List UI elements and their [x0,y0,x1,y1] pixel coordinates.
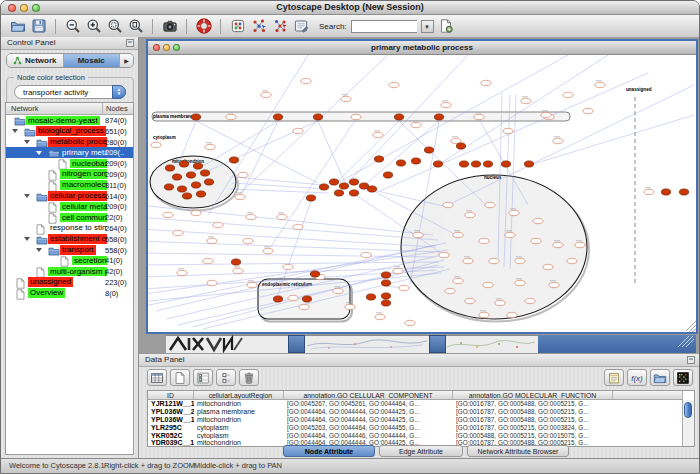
network-node-selected[interactable] [319,184,328,190]
network-node-unselected[interactable] [235,194,245,199]
tree-row-macromolecule[interactable]: macromolecule311(0) [6,180,133,191]
network-node-selected[interactable] [313,114,322,120]
network-node-unselected[interactable] [163,212,173,217]
network-node-unselected[interactable] [595,82,605,87]
network-node-selected[interactable] [273,114,282,120]
search-input[interactable] [351,20,417,33]
network-node-unselected[interactable] [507,312,517,317]
network-node-selected[interactable] [471,161,480,167]
network-node-unselected[interactable] [541,112,551,117]
network-node-selected[interactable] [349,179,358,185]
network-node-selected[interactable] [186,172,195,178]
disclosure-triangle-icon[interactable] [12,129,18,133]
tree-row-cellular-process[interactable]: cellular process614(0) [6,191,133,202]
table-row-YKR052C[interactable]: YKR052Ccytoplasm[GO:0044464, GO:0044446,… [148,432,694,440]
network-node-selected[interactable] [302,296,311,302]
network-node-unselected[interactable] [205,144,215,149]
network-node-unselected[interactable] [474,114,484,119]
network-node-unselected[interactable] [411,122,421,127]
network-node-unselected[interactable] [283,264,293,269]
network-node-selected[interactable] [165,165,174,171]
tab-network-attribute-browser[interactable]: Network Attribute Browser [467,445,569,457]
network-node-unselected[interactable] [413,232,423,237]
import-attributes-button[interactable] [271,18,288,35]
tree-row-nitrogen-compo[interactable]: nitrogen compo209(0) [6,169,133,180]
network-node-unselected[interactable] [495,300,505,305]
zoom-out-button[interactable] [64,18,81,35]
network-node-unselected[interactable] [479,238,489,243]
network-node-unselected[interactable] [509,210,519,215]
network-node-selected[interactable] [172,174,181,180]
network-node-unselected[interactable] [213,222,223,227]
table-row-YPL036W__1[interactable]: YPL036W__1mitochondrion[GO:0044464, GO:0… [148,416,694,424]
background-window-border[interactable] [429,335,446,353]
network-node-unselected[interactable] [465,212,475,217]
tree-row-secretion[interactable]: secretion41(0) [6,255,133,266]
zoom-fit-content-button[interactable] [127,18,144,35]
table-row-YLR295C[interactable]: YLR295Ccytoplasm[GO:0045263, GO:0044464,… [148,424,694,432]
network-node-selected[interactable] [524,161,533,167]
disclosure-triangle-icon[interactable] [36,151,42,155]
network-node-unselected[interactable] [301,78,311,83]
close-window-button[interactable] [8,4,16,12]
network-node-unselected[interactable] [575,242,585,247]
network-node-unselected[interactable] [243,238,253,243]
tree-row-nucleobase-[interactable]: nucleobase-209(0) [6,158,133,169]
minimize-view-button[interactable] [163,44,170,51]
network-node-unselected[interactable] [567,258,577,263]
network-node-selected[interactable] [204,179,213,185]
dropdown-stepper-icon[interactable]: ▲▼ [112,85,126,99]
tab-node-attribute-browser[interactable]: Node Attribute Browser [283,445,375,457]
function-builder-button[interactable] [627,369,647,386]
network-node-unselected[interactable] [553,138,563,143]
tree-row-cell-communicat[interactable]: cell communicat22(0) [6,212,133,223]
network-node-unselected[interactable] [263,248,273,253]
save-session-button[interactable] [30,18,47,35]
network-node-selected[interactable] [374,156,383,162]
tree-row-mosaic-demo-yeast[interactable]: mosaic-demo-yeast874(0) [6,115,133,126]
network-node-selected[interactable] [177,186,186,192]
network-node-selected[interactable] [396,160,405,166]
background-window-content[interactable] [307,335,427,353]
tree-row-overview[interactable]: Overview8(0) [6,288,133,299]
network-node-unselected[interactable] [463,258,473,263]
column-header-annotation.GO MOLECULAR_FUNCTION[interactable]: annotation.GO MOLECULAR_FUNCTION [453,391,613,400]
network-node-unselected[interactable] [299,304,309,309]
background-window-border[interactable] [288,335,305,353]
background-window-titlebar[interactable] [538,335,696,353]
network-node-unselected[interactable] [351,114,361,119]
background-window-content[interactable] [447,335,535,353]
tree-row-biological-process[interactable]: biological_process651(0) [6,126,133,137]
import-network-button[interactable] [250,18,267,35]
zoom-window-button[interactable] [32,4,40,12]
open-session-button[interactable] [9,18,26,35]
network-node-selected[interactable] [339,183,348,189]
network-node-selected[interactable] [459,161,468,167]
minimize-window-button[interactable] [20,4,28,12]
network-node-selected[interactable] [191,114,200,120]
float-data-panel-icon[interactable] [687,356,695,364]
tab-overflow-arrow[interactable]: ▶ [120,54,133,67]
network-node-unselected[interactable] [481,80,491,85]
disclosure-triangle-icon[interactable] [24,140,30,144]
network-node-selected[interactable] [381,300,390,306]
tree-row-primary-metabo[interactable]: primary metabo209(.. [6,147,133,158]
export-image-button[interactable] [161,18,178,35]
network-node-selected[interactable] [501,161,510,167]
zoom-view-button[interactable] [173,44,180,51]
search-options-button[interactable] [438,18,455,35]
network-node-unselected[interactable] [288,295,298,300]
network-node-unselected[interactable] [479,312,489,317]
network-node-unselected[interactable] [226,114,236,119]
network-node-unselected[interactable] [515,280,525,285]
tab-network[interactable]: Network [7,54,64,67]
network-node-selected[interactable] [381,293,390,299]
network-node-unselected[interactable] [443,202,453,207]
network-node-unselected[interactable] [489,258,499,263]
network-node-selected[interactable] [381,272,390,278]
network-node-unselected[interactable] [503,128,513,133]
network-node-selected[interactable] [679,189,688,195]
disclosure-triangle-icon[interactable] [24,194,30,198]
network-node-selected[interactable] [179,161,188,167]
network-node-unselected[interactable] [553,242,563,247]
